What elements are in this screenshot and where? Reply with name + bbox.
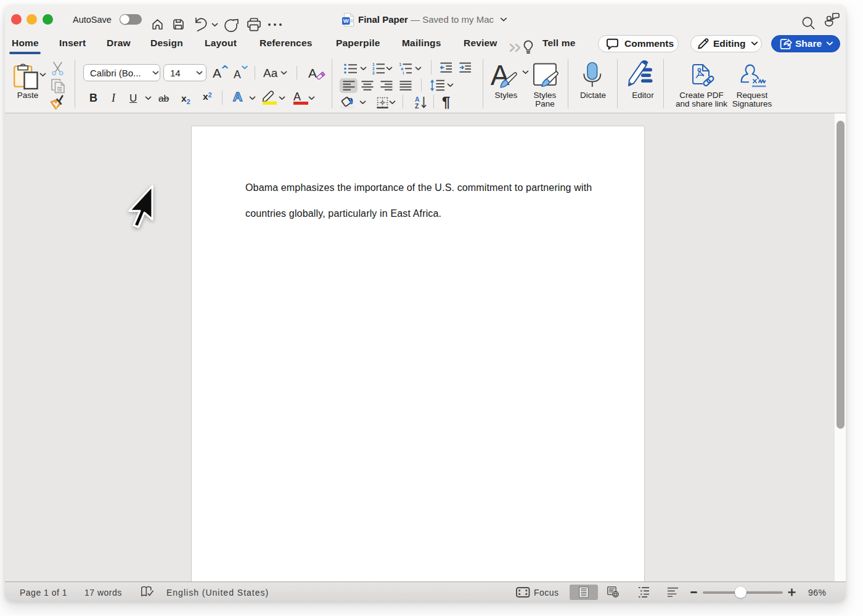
svg-text:Z: Z	[415, 102, 419, 109]
svg-text:a: a	[401, 67, 404, 71]
svg-text:W: W	[343, 17, 349, 24]
svg-text:A: A	[415, 95, 420, 103]
svg-text:2: 2	[372, 67, 375, 71]
svg-text:i: i	[403, 71, 404, 75]
svg-text:3: 3	[372, 71, 375, 75]
